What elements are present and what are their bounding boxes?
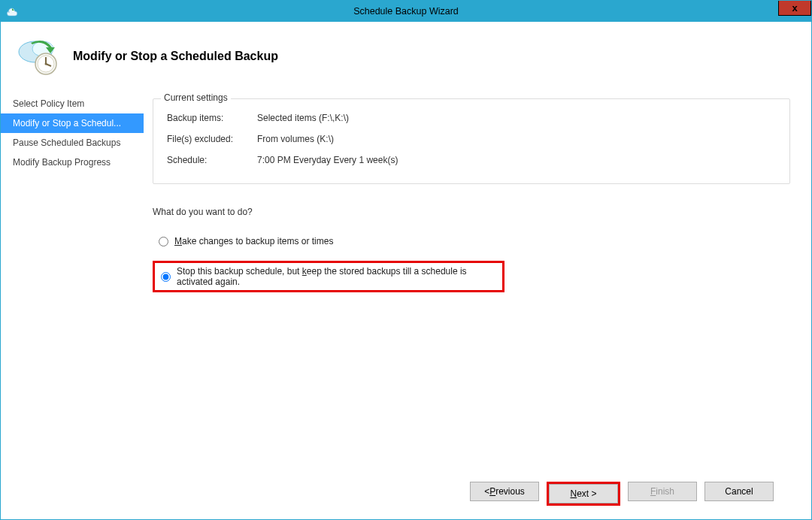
previous-button[interactable]: < Previous <box>470 482 539 501</box>
sidebar-item-modify-stop[interactable]: Modify or Stop a Schedul... <box>1 113 144 133</box>
row-backup-items: Backup items: Selected items (F:\,K:\) <box>167 113 776 123</box>
previous-button-wrap: < Previous <box>470 482 539 506</box>
radio-stop-schedule-label[interactable]: Stop this backup schedule, but keep the … <box>177 266 496 287</box>
value-backup-items: Selected items (F:\,K:\) <box>257 113 349 123</box>
label-files-excluded: File(s) excluded: <box>167 134 257 144</box>
label-backup-items: Backup items: <box>167 113 257 123</box>
wizard-window: Schedule Backup Wizard x Modify or Stop … <box>0 0 812 520</box>
wizard-body: Select Policy Item Modify or Stop a Sche… <box>1 89 811 519</box>
window-title: Schedule Backup Wizard <box>353 6 459 17</box>
page-title: Modify or Stop a Scheduled Backup <box>73 50 278 63</box>
cancel-button[interactable]: Cancel <box>704 482 774 501</box>
app-icon <box>5 5 19 18</box>
value-schedule: 7:00 PM Everyday Every 1 week(s) <box>257 155 398 165</box>
row-schedule: Schedule: 7:00 PM Everyday Every 1 week(… <box>167 155 776 165</box>
radio-option-make-changes[interactable]: Make changes to backup items or times <box>153 232 790 250</box>
next-button[interactable]: Next > <box>549 484 618 503</box>
finish-button-wrap: Finish <box>628 482 697 506</box>
radio-make-changes-input[interactable] <box>159 237 168 246</box>
finish-button: Finish <box>628 482 697 501</box>
radio-stop-schedule-input[interactable] <box>161 272 171 282</box>
wizard-icon <box>16 34 61 79</box>
close-icon: x <box>792 3 797 13</box>
row-files-excluded: File(s) excluded: From volumes (K:\) <box>167 134 776 144</box>
radio-option-stop-schedule[interactable]: Stop this backup schedule, but keep the … <box>153 261 504 292</box>
cancel-button-wrap: Cancel <box>704 482 774 506</box>
next-button-wrap: Next > <box>547 482 620 506</box>
sidebar-item-pause[interactable]: Pause Scheduled Backups <box>1 133 144 153</box>
radio-group: Make changes to backup items or times St… <box>153 232 790 303</box>
groupbox-legend: Current settings <box>161 92 231 103</box>
title-bar[interactable]: Schedule Backup Wizard x <box>1 1 811 22</box>
wizard-content: Current settings Backup items: Selected … <box>144 89 811 519</box>
label-schedule: Schedule: <box>167 155 257 165</box>
button-bar: < Previous Next > Finish Cancel <box>153 471 790 519</box>
svg-point-6 <box>45 63 47 65</box>
sidebar-item-select-policy[interactable]: Select Policy Item <box>1 94 144 113</box>
wizard-header: Modify or Stop a Scheduled Backup <box>1 22 811 89</box>
close-button[interactable]: x <box>778 1 811 16</box>
radio-make-changes-label[interactable]: Make changes to backup items or times <box>174 236 333 246</box>
current-settings-group: Current settings Backup items: Selected … <box>153 98 790 184</box>
sidebar-item-progress[interactable]: Modify Backup Progress <box>1 153 144 172</box>
wizard-sidebar: Select Policy Item Modify or Stop a Sche… <box>1 89 144 519</box>
question-label: What do you want to do? <box>153 207 790 217</box>
value-files-excluded: From volumes (K:\) <box>257 134 334 144</box>
